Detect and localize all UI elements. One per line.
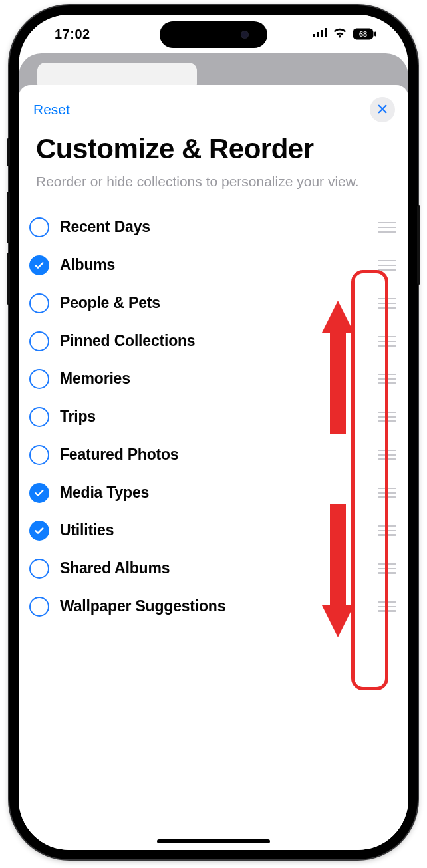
list-item-label: Albums <box>60 256 367 274</box>
reset-button[interactable]: Reset <box>33 102 70 118</box>
toggle-checkbox[interactable] <box>29 407 49 427</box>
toggle-checkbox[interactable] <box>29 217 49 237</box>
close-icon <box>376 103 388 117</box>
drag-handle-icon[interactable] <box>378 221 396 234</box>
customize-sheet: Reset Customize & Reorder Reorder or hid… <box>19 85 408 850</box>
toggle-checkbox[interactable] <box>29 483 49 503</box>
svg-rect-3 <box>325 28 327 37</box>
list-item-label: Memories <box>60 370 367 388</box>
toggle-checkbox[interactable] <box>29 521 49 541</box>
page-title: Customize & Reorder <box>36 133 391 164</box>
cellular-icon <box>313 28 327 40</box>
side-button-power <box>417 205 420 285</box>
toggle-checkbox[interactable] <box>29 255 49 275</box>
list-item: Media Types <box>29 474 396 511</box>
toggle-checkbox[interactable] <box>29 331 49 351</box>
screen: 17:02 68 Reset <box>19 15 408 850</box>
list-item: People & Pets <box>29 284 396 322</box>
drag-handle-icon[interactable] <box>378 562 396 575</box>
list-item-label: People & Pets <box>60 294 367 312</box>
side-button-volume-down <box>7 253 10 305</box>
page-subtitle: Reorder or hide collections to personali… <box>36 172 391 191</box>
list-item-label: Wallpaper Suggestions <box>60 597 367 615</box>
list-item: Pinned Collections <box>29 322 396 360</box>
drag-handle-icon[interactable] <box>378 600 396 613</box>
drag-handle-icon[interactable] <box>378 524 396 537</box>
wifi-icon <box>333 27 347 41</box>
list-item-label: Featured Photos <box>60 446 367 464</box>
toggle-checkbox[interactable] <box>29 445 49 465</box>
list-item-label: Trips <box>60 408 367 426</box>
drag-handle-icon[interactable] <box>378 410 396 424</box>
status-bar: 17:02 68 <box>19 15 408 53</box>
drag-handle-icon[interactable] <box>378 372 396 386</box>
list-item-label: Shared Albums <box>60 559 367 577</box>
battery-percent-text: 68 <box>359 29 367 39</box>
list-item: Recent Days <box>29 208 396 246</box>
list-item-label: Media Types <box>60 484 367 502</box>
list-item: Shared Albums <box>29 549 396 587</box>
list-item-label: Pinned Collections <box>60 332 367 350</box>
list-item: Featured Photos <box>29 436 396 474</box>
list-item-label: Recent Days <box>60 218 367 236</box>
svg-rect-0 <box>313 34 315 37</box>
side-button-silent <box>7 138 10 166</box>
list-item: Utilities <box>29 511 396 549</box>
toggle-checkbox[interactable] <box>29 293 49 313</box>
sheet-header: Reset <box>19 94 408 122</box>
toggle-checkbox[interactable] <box>29 559 49 579</box>
list-item: Trips <box>29 398 396 436</box>
collections-list: Recent DaysAlbumsPeople & PetsPinned Col… <box>19 208 408 625</box>
status-time: 17:02 <box>55 27 90 42</box>
status-icons: 68 <box>313 27 376 41</box>
drag-handle-icon[interactable] <box>378 259 396 272</box>
list-item: Memories <box>29 360 396 398</box>
list-item: Wallpaper Suggestions <box>29 587 396 625</box>
list-item: Albums <box>29 246 396 284</box>
dynamic-island <box>160 21 267 48</box>
svg-rect-2 <box>321 30 323 37</box>
toggle-checkbox[interactable] <box>29 369 49 389</box>
drag-handle-icon[interactable] <box>378 448 396 462</box>
home-indicator[interactable] <box>157 839 270 843</box>
toggle-checkbox[interactable] <box>29 597 49 617</box>
side-button-volume-up <box>7 192 10 243</box>
svg-rect-1 <box>317 32 319 37</box>
close-button[interactable] <box>370 97 395 122</box>
svg-rect-5 <box>374 32 376 37</box>
title-block: Customize & Reorder Reorder or hide coll… <box>19 122 408 191</box>
list-item-label: Utilities <box>60 521 367 539</box>
drag-handle-icon[interactable] <box>378 297 396 310</box>
battery-icon: 68 <box>353 28 376 40</box>
drag-handle-icon[interactable] <box>378 486 396 500</box>
drag-handle-icon[interactable] <box>378 335 396 348</box>
